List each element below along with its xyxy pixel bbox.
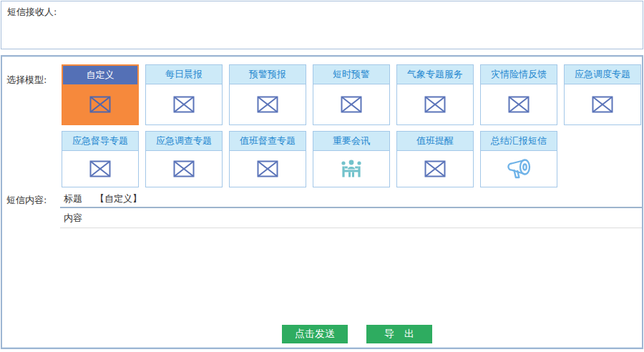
template-grid: 自定义 每日晨报 预警预报 短时预警	[62, 64, 641, 187]
envelope-icon	[89, 96, 111, 113]
template-card-body	[397, 151, 473, 187]
envelope-icon	[424, 96, 446, 113]
title-value[interactable]: 【自定义】	[95, 192, 142, 205]
template-card-header: 重要会讯	[313, 132, 389, 151]
recipients-label: 短信接收人:	[7, 6, 57, 19]
template-card-header: 自定义	[63, 66, 137, 84]
envelope-icon	[508, 96, 530, 113]
envelope-icon	[89, 160, 111, 177]
template-card-header: 短时预警	[313, 65, 389, 84]
meeting-icon	[338, 158, 364, 180]
template-card[interactable]: 应急督导专题	[62, 131, 139, 187]
envelope-icon	[173, 160, 195, 177]
template-card-body	[397, 84, 473, 124]
content-row[interactable]: 内容	[60, 208, 642, 228]
template-card-body	[146, 84, 222, 124]
template-card[interactable]: 预警预报	[229, 64, 306, 125]
template-card[interactable]: 应急调度专题	[564, 64, 641, 125]
megaphone-icon	[504, 157, 533, 181]
template-card[interactable]: 自定义	[62, 64, 139, 125]
template-card-header: 应急督导专题	[62, 132, 138, 151]
template-card[interactable]: 应急调查专题	[145, 131, 223, 187]
envelope-icon	[257, 160, 278, 177]
envelope-icon	[341, 96, 362, 113]
template-card-header: 气象专题服务	[397, 65, 473, 84]
template-card-body	[565, 84, 640, 124]
template-card[interactable]: 每日晨报	[145, 64, 223, 125]
template-card-body	[481, 84, 557, 124]
title-row[interactable]: 标题 【自定义】	[60, 191, 642, 208]
envelope-icon	[592, 96, 613, 113]
recipients-section: 短信接收人:	[1, 1, 643, 49]
envelope-icon	[257, 96, 278, 113]
template-card-body	[313, 151, 389, 187]
template-card-header: 应急调查专题	[146, 132, 222, 151]
template-card-body	[313, 84, 389, 124]
content-field-label: 内容	[64, 212, 82, 225]
template-card-body	[146, 151, 222, 187]
template-card-header: 预警预报	[230, 65, 306, 84]
sms-compose-page: 短信接收人: 选择模型: 自定义 每日晨报 预警预报	[0, 0, 644, 352]
template-card-body	[230, 151, 306, 187]
content-block: 标题 【自定义】 内容	[60, 191, 642, 228]
send-button[interactable]: 点击发送	[282, 325, 348, 343]
template-card-body	[62, 151, 138, 187]
template-card[interactable]: 值班提醒	[396, 131, 474, 187]
template-card[interactable]: 气象专题服务	[396, 64, 474, 125]
template-card-body	[230, 84, 306, 124]
content-label: 短信内容:	[6, 194, 47, 207]
model-label: 选择模型:	[6, 74, 47, 87]
template-card-header: 应急调度专题	[565, 65, 640, 84]
envelope-icon	[173, 96, 195, 113]
recipients-input[interactable]	[64, 4, 640, 46]
export-button[interactable]: 导 出	[366, 325, 432, 343]
template-card[interactable]: 值班督查专题	[229, 131, 306, 187]
template-card-header: 总结汇报短信	[481, 132, 557, 151]
template-card-body	[481, 151, 557, 187]
template-card[interactable]: 短时预警	[313, 64, 390, 125]
title-label: 标题	[64, 192, 82, 205]
envelope-icon	[424, 160, 446, 177]
compose-section: 选择模型: 自定义 每日晨报 预警预报 短时	[1, 55, 643, 349]
template-card[interactable]: 灾情险情反馈	[480, 64, 557, 125]
template-card-body	[63, 84, 137, 124]
template-card-header: 值班督查专题	[230, 132, 306, 151]
template-card-header: 每日晨报	[146, 65, 222, 84]
template-card-header: 灾情险情反馈	[481, 65, 557, 84]
template-card-header: 值班提醒	[397, 132, 473, 151]
template-card[interactable]: 重要会讯	[313, 131, 390, 187]
template-card[interactable]: 总结汇报短信	[480, 131, 557, 187]
